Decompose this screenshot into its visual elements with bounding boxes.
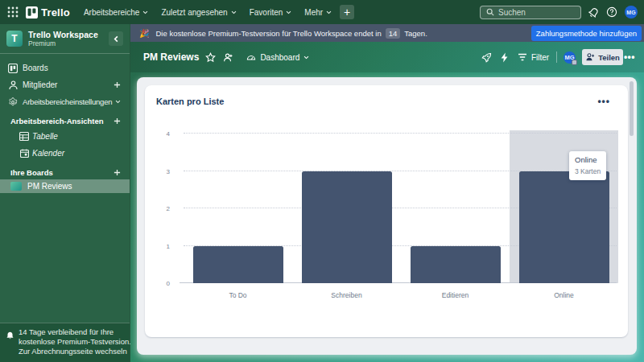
chevron-left-icon [113,35,120,43]
y-axis-tick-label: 2 [167,205,170,212]
workspace-avatar: T [6,31,23,47]
chart-plot: 01234To DoSchreibenEditierenOnlineOnline… [184,134,618,283]
boards-icon [8,64,18,73]
trello-logo[interactable]: Trello [26,6,70,19]
sidebar-item-label: Tabelle [32,132,123,141]
your-boards-header: Ihre Boards [0,165,130,179]
admin-badge [572,60,577,65]
bell-icon [586,5,601,19]
board-title: PM Reviews [143,51,199,63]
section-header-label: Ihre Boards [10,168,110,177]
power-ups-bolt-icon[interactable] [496,48,514,66]
board-row-label: PM Reviews [27,182,72,191]
board-header-right-group: Filter MG Teilen ••• [478,48,636,66]
chevron-down-icon [326,10,332,15]
trello-logo-text: Trello [41,6,70,19]
nav-item-label: Arbeitsbereiche [84,8,139,17]
trial-bell-icon [6,331,14,356]
table-glyph-icon [19,132,29,141]
gear-icon [8,97,18,107]
help-icon[interactable] [606,6,617,18]
workspace-plan: Premium [28,39,109,47]
sidebar-board-pm-reviews[interactable]: PM Reviews [0,179,130,193]
chevron-down-icon [142,10,148,15]
create-button[interactable]: + [340,5,354,19]
rocket-icon[interactable] [478,48,496,66]
bar-editieren[interactable] [411,246,501,284]
section-header-label: Arbeitsbereich-Ansichten [10,117,110,125]
workspace-views-header: Arbeitsbereich-Ansichten [0,113,130,128]
member-icon [8,80,18,90]
sidebar-item-members[interactable]: Mitglieder [0,76,130,93]
bar-to-do[interactable] [193,246,283,284]
app-body: T Trello Workspace Premium Boards Mi [0,24,644,362]
filter-button[interactable]: Filter [514,50,553,65]
plus-icon [114,169,121,176]
chevron-down-icon [303,55,309,60]
notifications-icon[interactable] [588,7,599,18]
banner-text-after: Tagen. [404,29,427,38]
trial-text-line2: kostenlose Premium-Testversion. [19,337,131,347]
nav-starred[interactable]: Favoriten [243,5,299,20]
share-button[interactable]: Teilen [582,49,623,65]
settings-expand-button[interactable] [112,99,123,105]
board-members-icon[interactable] [219,48,237,66]
workspace-name: Trello Workspace [28,30,109,39]
x-axis-category-label: Editieren [401,291,510,299]
sidebar-collapse-button[interactable] [109,31,123,46]
star-board-icon[interactable] [201,48,219,66]
x-axis-category-label: To Do [184,291,292,299]
cards-per-list-card: Karten pro Liste ••• 01234To DoSchreiben… [145,85,628,337]
bar-online[interactable] [519,171,609,284]
nav-item-label: Zuletzt angesehen [161,8,227,17]
banner-text-before: Die kostenlose Premium-Testversion für T… [155,29,381,38]
board-menu-button[interactable]: ••• [623,51,636,63]
chevron-down-icon [115,99,121,105]
rocket-glyph-icon [481,52,492,63]
nav-more[interactable]: Mehr [298,5,338,20]
share-button-label: Teilen [598,53,620,62]
user-avatar[interactable]: MG [625,6,638,19]
x-axis-category-label: Online [510,291,618,299]
trello-logo-icon [26,6,38,19]
sidebar-item-table-view[interactable]: Tabelle [0,128,130,145]
party-popper-icon: 🎉 [139,29,149,38]
board-header: PM Reviews Dashboard [130,42,644,72]
y-axis-tick-label: 1 [167,242,170,249]
calendar-icon [19,149,29,158]
sidebar-item-boards[interactable]: Boards [0,60,130,76]
sidebar-item-workspace-settings[interactable]: Arbeitsbereicheinstellungen [0,93,130,110]
add-view-button[interactable] [110,117,123,125]
add-payment-method-button[interactable]: Zahlungsmethode hinzufügen [531,26,642,41]
add-member-button[interactable] [110,81,123,88]
bar-schreiben[interactable] [302,171,392,284]
bell-glyph-icon [6,331,14,340]
calendar-glyph-icon [20,149,29,158]
nav-workspaces[interactable]: Arbeitsbereiche [77,5,155,20]
sidebar-item-calendar-view[interactable]: Kalender [0,145,130,162]
tooltip-value: 3 Karten [575,167,601,175]
board-member-avatar[interactable]: MG [564,51,576,64]
dashboard-canvas: Karten pro Liste ••• 01234To DoSchreiben… [130,72,644,362]
scrollbar-thumb[interactable] [630,81,634,136]
workspace-header: T Trello Workspace Premium [0,24,130,53]
days-badge: 14 [386,28,401,39]
add-board-button[interactable] [110,169,123,176]
app-switcher-icon[interactable] [5,3,21,21]
chart-menu-button[interactable]: ••• [597,98,610,105]
search-input[interactable]: Suchen [480,6,581,19]
grid-dots-icon [7,6,19,18]
billing-page-link[interactable]: Zur Abrechnungsseite wechseln [19,347,131,356]
view-switcher[interactable]: Dashboard [242,49,314,65]
search-icon [486,8,494,16]
y-axis-tick-label: 4 [167,130,170,138]
board-thumbnail [10,182,22,191]
chevron-down-icon [286,10,291,15]
nav-recent[interactable]: Zuletzt angesehen [155,5,242,20]
y-axis-tick-label: 0 [167,280,170,287]
question-mark-icon [606,6,617,18]
x-axis-category-label: Schreiben [292,291,401,299]
dashboard-panel: Karten pro Liste ••• 01234To DoSchreiben… [137,77,637,355]
card-header-row: Karten pro Liste ••• [145,85,628,106]
topbar-right-group: Suchen MG [480,6,638,19]
